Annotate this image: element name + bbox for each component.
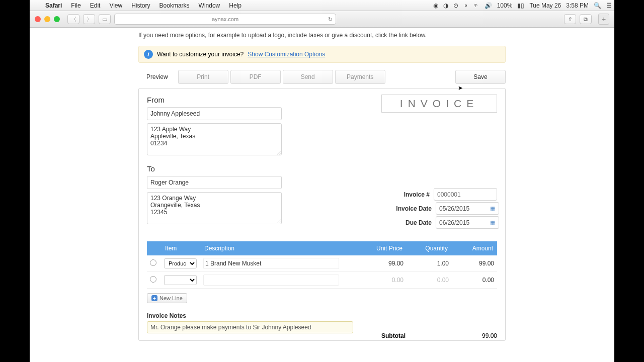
volume-icon[interactable]: 🔊: [482, 2, 495, 9]
url-bar[interactable]: aynax.com ↻: [114, 14, 336, 25]
spotlight-icon[interactable]: 🔍: [591, 2, 604, 9]
table-row: Product 1 Brand New Musket 99.00 1.00 99…: [147, 255, 497, 272]
unit-price[interactable]: 99.00: [361, 255, 407, 272]
row-radio[interactable]: [150, 276, 156, 283]
preview-button[interactable]: Preview: [138, 70, 176, 84]
invoice-num-input[interactable]: [434, 188, 497, 201]
to-address-input[interactable]: 123 Orange Way Orangeville, Texas 12345: [147, 192, 282, 224]
invoice-title: INVOICE: [381, 95, 497, 113]
battery-icon: ▮▯: [515, 2, 527, 9]
info-icon: i: [144, 50, 153, 59]
plus-icon: +: [151, 295, 157, 301]
from-label: From: [147, 96, 282, 104]
action-tabs: Preview Print PDF Send Payments Save: [138, 70, 506, 84]
invoice-date-label: Invoice Date: [374, 205, 436, 212]
notes-input[interactable]: [147, 321, 353, 333]
table-row: 0.00 0.00 0.00: [147, 272, 497, 289]
customize-prompt: Want to customize your invoice?: [157, 51, 244, 58]
item-type-select[interactable]: Product: [164, 258, 197, 268]
window-controls: [35, 16, 60, 22]
item-type-select[interactable]: [164, 275, 197, 285]
new-line-button[interactable]: + New Line: [147, 293, 187, 303]
menu-file[interactable]: File: [66, 2, 85, 9]
back-button[interactable]: 〈: [67, 14, 79, 24]
share-button[interactable]: ⇧: [564, 14, 576, 24]
send-button[interactable]: Send: [283, 70, 333, 84]
tabs-button[interactable]: ⧉: [580, 14, 592, 24]
customize-banner: i Want to customize your invoice? Show C…: [138, 46, 506, 63]
wifi-icon[interactable]: ⚬: [461, 2, 471, 9]
customize-link[interactable]: Show Customization Options: [248, 51, 325, 58]
from-address-input[interactable]: 123 Apple Way Appleville, Texas 01234: [147, 123, 282, 155]
menu-window[interactable]: Window: [194, 2, 225, 9]
status-icon: ◑: [441, 2, 451, 9]
calendar-icon[interactable]: ▦: [490, 205, 497, 212]
status-icon: ⊙: [451, 2, 461, 9]
new-line-label: New Line: [159, 295, 183, 301]
wifi-icon[interactable]: ᯤ: [471, 2, 482, 9]
notes-label: Invoice Notes: [147, 312, 497, 319]
calendar-icon[interactable]: ▦: [490, 219, 497, 226]
subtotal-value: 99.00: [482, 332, 497, 339]
menu-view[interactable]: View: [105, 2, 127, 9]
new-tab-button[interactable]: +: [598, 14, 609, 25]
item-desc-input[interactable]: [203, 275, 339, 286]
payments-button[interactable]: Payments: [335, 70, 385, 84]
quantity[interactable]: 1.00: [407, 255, 452, 272]
menu-edit[interactable]: Edit: [86, 2, 105, 9]
menu-extra-icon[interactable]: ☰: [604, 2, 614, 9]
subtotal-label: Subtotal: [381, 332, 482, 339]
menu-history[interactable]: History: [127, 2, 154, 9]
print-button[interactable]: Print: [178, 70, 228, 84]
unit-price[interactable]: 0.00: [361, 272, 407, 289]
status-icon: ◉: [431, 2, 441, 9]
browser-toolbar: 〈 〉 ▭ aynax.com ↻ ⇧ ⧉ +: [30, 11, 614, 28]
reload-icon[interactable]: ↻: [328, 16, 333, 23]
menu-bookmarks[interactable]: Bookmarks: [155, 2, 194, 9]
minimize-window-button[interactable]: [44, 16, 50, 22]
pdf-button[interactable]: PDF: [230, 70, 281, 84]
url-text: aynax.com: [212, 16, 238, 22]
quantity[interactable]: 0.00: [407, 272, 452, 289]
menu-help[interactable]: Help: [224, 2, 246, 9]
page-content: If you need more options, for example to…: [30, 28, 614, 362]
line-items-table: Item Description Unit Price Quantity Amo…: [147, 241, 497, 289]
close-window-button[interactable]: [35, 16, 41, 22]
col-unit: Unit Price: [361, 241, 407, 255]
date: Tue May 26: [527, 2, 564, 9]
col-amount: Amount: [452, 241, 497, 255]
zoom-window-button[interactable]: [54, 16, 60, 22]
time: 3:58 PM: [564, 2, 591, 9]
forward-button[interactable]: 〉: [83, 14, 95, 24]
row-radio[interactable]: [150, 259, 156, 266]
due-date-label: Due Date: [374, 219, 436, 226]
invoice-num-label: Invoice #: [374, 191, 434, 198]
to-name-input[interactable]: [147, 176, 282, 189]
help-text: If you need more options, for example to…: [138, 32, 506, 39]
to-label: To: [147, 164, 282, 173]
invoice-meta: Invoice # Invoice Date ▦ Due Date ▦: [374, 188, 497, 230]
invoice-panel: INVOICE From 123 Apple Way Appleville, T…: [138, 88, 506, 341]
battery-pct: 100%: [495, 2, 515, 9]
menubar: Safari File Edit View History Bookmarks …: [30, 0, 614, 11]
app-name[interactable]: Safari: [41, 2, 66, 9]
amount: 0.00: [452, 272, 497, 289]
save-button[interactable]: Save: [455, 70, 506, 84]
from-name-input[interactable]: [147, 107, 282, 120]
col-qty: Quantity: [407, 241, 452, 255]
col-desc: Description: [200, 241, 361, 255]
sidebar-button[interactable]: ▭: [99, 14, 111, 24]
col-item: Item: [161, 241, 200, 255]
item-desc-input[interactable]: 1 Brand New Musket: [203, 258, 339, 269]
amount: 99.00: [452, 255, 497, 272]
subtotal-row: Subtotal 99.00: [381, 332, 497, 339]
